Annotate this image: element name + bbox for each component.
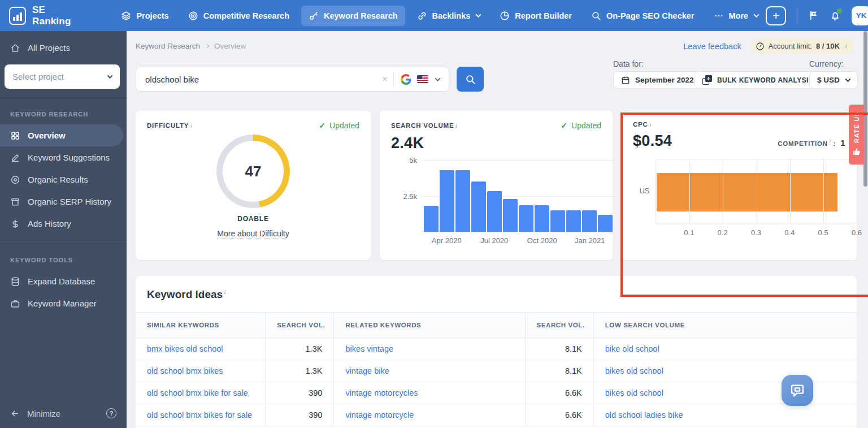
sidebar-item-expand-database[interactable]: Expand Database bbox=[0, 270, 127, 292]
info-icon: i bbox=[845, 43, 847, 49]
nav-more[interactable]: More bbox=[706, 6, 766, 26]
keyword-link[interactable]: vintage motorcycles bbox=[334, 382, 525, 404]
search-button[interactable] bbox=[457, 67, 484, 92]
sidebar-item-organic-results[interactable]: Organic Results bbox=[0, 168, 127, 191]
currency-dropdown[interactable]: $ USD bbox=[809, 71, 858, 89]
copy-plus-icon: + bbox=[702, 75, 712, 85]
x-axis-tick: 0.6 bbox=[852, 228, 862, 237]
col-search-vol-2: SEARCH VOL. bbox=[525, 313, 593, 338]
top-navigation-bar: SE Ranking Projects Competitive Research… bbox=[0, 0, 868, 31]
scrollbar-thumb[interactable] bbox=[863, 31, 867, 187]
divider bbox=[393, 72, 394, 87]
notifications-bell-icon[interactable] bbox=[830, 10, 841, 21]
breadcrumb-keyword-research[interactable]: Keyword Research bbox=[136, 42, 200, 50]
flag-icon[interactable] bbox=[808, 10, 819, 21]
clear-input-icon[interactable]: × bbox=[376, 74, 393, 85]
sidebar-item-all-projects[interactable]: All Projects bbox=[0, 37, 127, 59]
sidebar-section-keyword-tools: KEYWORD TOOLS bbox=[0, 244, 127, 270]
difficulty-updated-badge: Updated bbox=[319, 121, 359, 130]
sidebar-minimize[interactable]: Minimize ? bbox=[0, 399, 127, 428]
us-flag-icon[interactable] bbox=[417, 75, 428, 83]
circle-dot-icon bbox=[10, 175, 20, 185]
keyword-search-input[interactable] bbox=[145, 75, 376, 84]
bar-Mar 2020 bbox=[424, 206, 439, 232]
bar-Jan 2021 bbox=[582, 210, 597, 232]
sidebar-item-ads-history[interactable]: Ads History bbox=[0, 213, 127, 235]
chevron-down-icon[interactable] bbox=[435, 76, 441, 81]
bulk-keyword-analysis-button[interactable]: + BULK KEYWORD ANALYSIS bbox=[695, 71, 821, 89]
info-icon[interactable]: i bbox=[190, 123, 192, 129]
layers-icon bbox=[121, 11, 131, 21]
project-select-dropdown[interactable]: Select project bbox=[5, 64, 120, 89]
leave-feedback-link[interactable]: Leave feedback bbox=[683, 42, 741, 51]
search-volume-value: 390 bbox=[266, 404, 334, 426]
keyword-link[interactable]: old school bmx bikes bbox=[136, 360, 266, 382]
search-volume-value: 6.6K bbox=[525, 382, 593, 404]
col-related-keywords: RELATED KEYWORDS bbox=[334, 313, 525, 338]
sidebar-item-keyword-suggestions[interactable]: Keyword Suggestions bbox=[0, 146, 127, 168]
ellipsis-icon bbox=[714, 11, 724, 21]
nav-keyword-research[interactable]: Keyword Research bbox=[301, 6, 405, 26]
dollar-icon bbox=[10, 219, 20, 229]
search-volume-value: 390 bbox=[266, 382, 334, 404]
difficulty-gauge-chart[interactable]: 47 bbox=[216, 135, 290, 208]
x-axis-tick: Oct 2020 bbox=[527, 236, 557, 245]
table-header-row: SIMILAR KEYWORDS SEARCH VOL. RELATED KEY… bbox=[136, 313, 857, 338]
info-icon[interactable]: i bbox=[830, 138, 831, 144]
search-volume-value: 8.1K bbox=[525, 360, 593, 382]
keyword-link[interactable]: bikes vintage bbox=[334, 338, 525, 360]
nav-report-builder[interactable]: Report Builder bbox=[492, 6, 579, 26]
notification-dot bbox=[837, 8, 842, 14]
bar-Apr 2020 bbox=[440, 170, 454, 232]
main-nav: Projects Competitive Research Keyword Re… bbox=[114, 6, 766, 26]
nav-onpage-seo-checker[interactable]: On-Page SEO Checker bbox=[584, 6, 702, 26]
divider bbox=[797, 8, 797, 23]
sidebar-item-organic-serp-history[interactable]: Organic SERP History bbox=[0, 191, 127, 213]
chevron-down-icon bbox=[476, 12, 481, 18]
nav-projects[interactable]: Projects bbox=[114, 6, 176, 26]
thumb-up-icon bbox=[852, 148, 861, 156]
keyword-link[interactable]: bmx bikes old school bbox=[136, 338, 266, 360]
keyword-link[interactable]: vintage bike bbox=[334, 360, 525, 382]
keyword-link[interactable]: vintage motorcycle bbox=[334, 404, 525, 426]
user-avatar[interactable]: YK bbox=[852, 6, 868, 25]
keyword-link[interactable]: bikes old school bbox=[593, 382, 857, 404]
sidebar-item-overview[interactable]: Overview bbox=[0, 124, 123, 146]
info-icon[interactable]: i bbox=[650, 122, 651, 128]
date-picker-button[interactable]: September 2022 bbox=[613, 71, 702, 89]
x-axis-labels: 0.10.20.30.40.50.6 bbox=[656, 223, 857, 237]
check-icon bbox=[561, 121, 567, 130]
keyword-link[interactable]: bike old school bbox=[593, 338, 857, 360]
pencil-icon bbox=[10, 153, 20, 163]
competition-label: COMPETITIONi : 1 bbox=[778, 138, 845, 148]
more-about-difficulty-link[interactable]: More about Difficulty bbox=[217, 229, 289, 239]
cpc-bar-chart[interactable]: US bbox=[656, 159, 857, 223]
project-select-placeholder: Select project bbox=[12, 72, 64, 81]
difficulty-rating: DOABLE bbox=[237, 215, 268, 223]
sidebar-item-keyword-manager[interactable]: Keyword Manager bbox=[0, 292, 127, 314]
help-icon[interactable]: ? bbox=[106, 408, 116, 418]
keyword-link[interactable]: old school bmx bikes for sale bbox=[136, 404, 266, 426]
google-logo-icon bbox=[401, 74, 411, 85]
x-axis-tick: 0.2 bbox=[718, 228, 728, 237]
gridline bbox=[790, 159, 791, 223]
keyword-link[interactable]: old school bmx bike for sale bbox=[136, 382, 266, 404]
data-for-label: Data for: bbox=[613, 59, 644, 68]
x-axis-tick: 0.3 bbox=[751, 228, 761, 237]
info-icon[interactable]: i bbox=[224, 289, 225, 295]
info-icon[interactable]: i bbox=[455, 123, 457, 129]
keyword-link[interactable]: old school ladies bike bbox=[593, 404, 857, 426]
nav-competitive-research[interactable]: Competitive Research bbox=[181, 6, 297, 26]
bar-Jun 2020 bbox=[471, 181, 486, 232]
gridline bbox=[723, 159, 723, 223]
add-button[interactable]: + bbox=[766, 6, 786, 25]
keyword-link[interactable]: bikes old school bbox=[593, 360, 857, 382]
keyword-ideas-table: SIMILAR KEYWORDS SEARCH VOL. RELATED KEY… bbox=[136, 312, 857, 426]
chat-widget-button[interactable] bbox=[782, 375, 813, 406]
archive-box-icon bbox=[10, 197, 20, 207]
rate-us-ribbon[interactable]: RATE US bbox=[849, 105, 864, 165]
table-row: old school bmx bikes for sale390vintage … bbox=[136, 404, 857, 426]
nav-backlinks[interactable]: Backlinks bbox=[410, 6, 488, 26]
search-volume-bar-chart[interactable]: 5k 2.5k bbox=[423, 160, 614, 232]
brand-logo[interactable]: SE Ranking bbox=[9, 5, 72, 27]
